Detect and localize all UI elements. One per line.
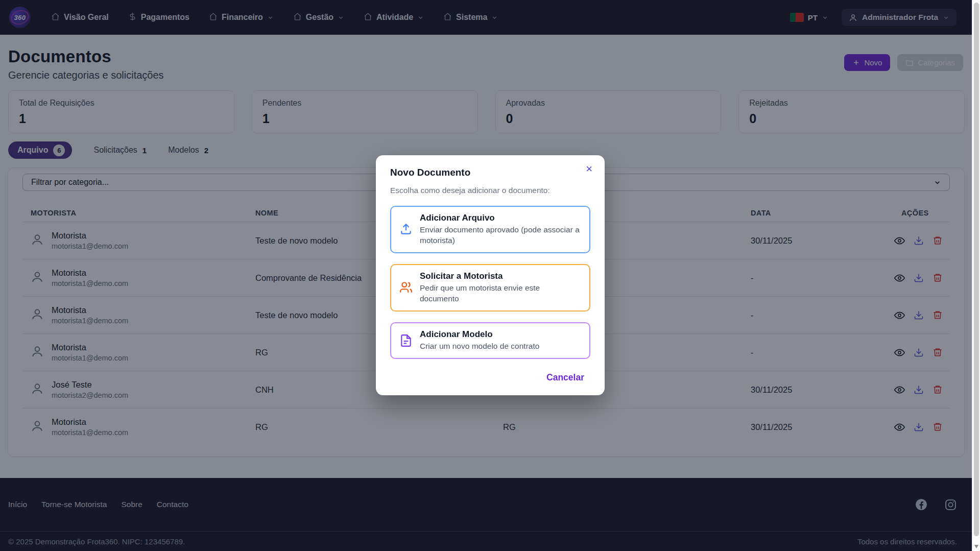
option-title: Adicionar Arquivo <box>420 213 581 223</box>
modal-subtitle: Escolha como deseja adicionar o document… <box>390 186 590 195</box>
close-icon[interactable]: × <box>586 163 592 175</box>
option-description: Criar um novo modelo de contrato <box>420 341 539 352</box>
document-icon <box>399 334 413 347</box>
option-adicionar-modelo[interactable]: Adicionar Modelo Criar um novo modelo de… <box>390 322 590 359</box>
scrollbar-down-arrow[interactable] <box>974 545 978 548</box>
upload-icon <box>399 223 413 236</box>
scrollbar-track[interactable] <box>972 0 980 551</box>
modal-title: Novo Documento <box>390 167 590 178</box>
option-description: Pedir que um motorista envie este docume… <box>420 283 581 304</box>
new-document-modal: Novo Documento × Escolha como deseja adi… <box>376 155 605 395</box>
option-title: Adicionar Modelo <box>420 329 539 340</box>
option-title: Solicitar a Motorista <box>420 271 581 281</box>
cancel-button[interactable]: Cancelar <box>546 372 584 383</box>
option-adicionar-arquivo[interactable]: Adicionar Arquivo Enviar documento aprov… <box>390 206 590 253</box>
users-icon <box>399 281 413 294</box>
option-solicitar-a-motorista[interactable]: Solicitar a Motorista Pedir que um motor… <box>390 264 590 312</box>
scrollbar-thumb[interactable] <box>974 3 979 536</box>
option-description: Enviar documento aprovado (pode associar… <box>420 225 581 246</box>
